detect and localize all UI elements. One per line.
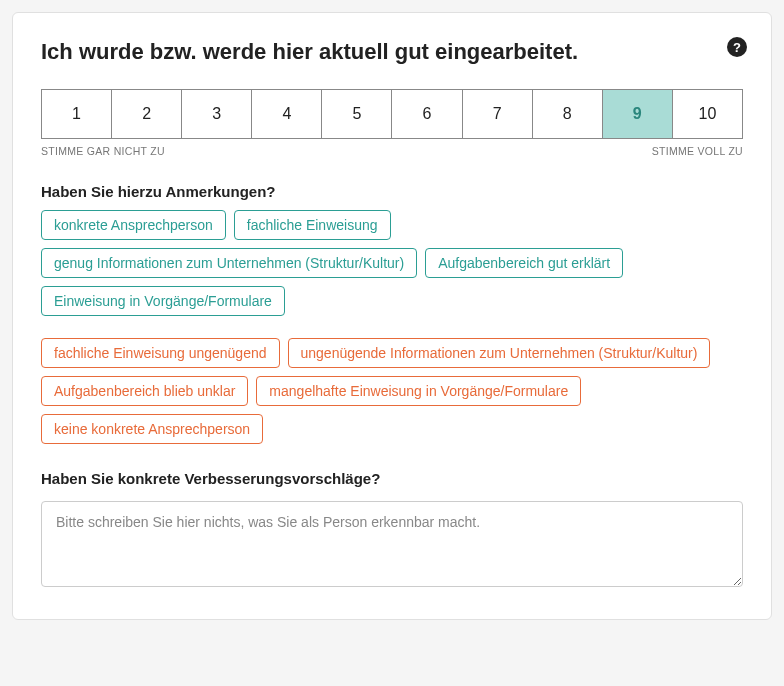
scale-max-label: STIMME VOLL ZU: [652, 145, 743, 157]
suggestions-textarea[interactable]: [41, 501, 743, 587]
negative-chip-3[interactable]: mangelhafte Einweisung in Vorgänge/Formu…: [256, 376, 581, 406]
scale-option-1[interactable]: 1: [42, 90, 112, 138]
question-title: Ich wurde bzw. werde hier aktuell gut ei…: [41, 37, 703, 67]
scale-option-5[interactable]: 5: [322, 90, 392, 138]
positive-chip-0[interactable]: konkrete Ansprechperson: [41, 210, 226, 240]
positive-chip-2[interactable]: genug Informationen zum Unternehmen (Str…: [41, 248, 417, 278]
scale-option-4[interactable]: 4: [252, 90, 322, 138]
scale-option-6[interactable]: 6: [392, 90, 462, 138]
scale-option-8[interactable]: 8: [533, 90, 603, 138]
scale-option-7[interactable]: 7: [463, 90, 533, 138]
scale-option-2[interactable]: 2: [112, 90, 182, 138]
scale-anchors: STIMME GAR NICHT ZU STIMME VOLL ZU: [41, 145, 743, 157]
negative-chip-0[interactable]: fachliche Einweisung ungenügend: [41, 338, 280, 368]
negative-chip-4[interactable]: keine konkrete Ansprechperson: [41, 414, 263, 444]
positive-chip-group: konkrete Ansprechpersonfachliche Einweis…: [41, 210, 743, 316]
survey-card: ? Ich wurde bzw. werde hier aktuell gut …: [12, 12, 772, 620]
positive-chip-1[interactable]: fachliche Einweisung: [234, 210, 391, 240]
help-icon[interactable]: ?: [727, 37, 747, 57]
rating-scale: 12345678910: [41, 89, 743, 139]
remarks-heading: Haben Sie hierzu Anmerkungen?: [41, 183, 743, 200]
positive-chip-3[interactable]: Aufgabenbereich gut erklärt: [425, 248, 623, 278]
scale-option-10[interactable]: 10: [673, 90, 742, 138]
scale-option-9[interactable]: 9: [603, 90, 673, 138]
scale-option-3[interactable]: 3: [182, 90, 252, 138]
scale-min-label: STIMME GAR NICHT ZU: [41, 145, 165, 157]
negative-chip-1[interactable]: ungenügende Informationen zum Unternehme…: [288, 338, 711, 368]
negative-chip-2[interactable]: Aufgabenbereich blieb unklar: [41, 376, 248, 406]
negative-chip-group: fachliche Einweisung ungenügendungenügen…: [41, 338, 743, 444]
suggestions-heading: Haben Sie konkrete Verbesserungsvorschlä…: [41, 470, 743, 487]
positive-chip-4[interactable]: Einweisung in Vorgänge/Formulare: [41, 286, 285, 316]
